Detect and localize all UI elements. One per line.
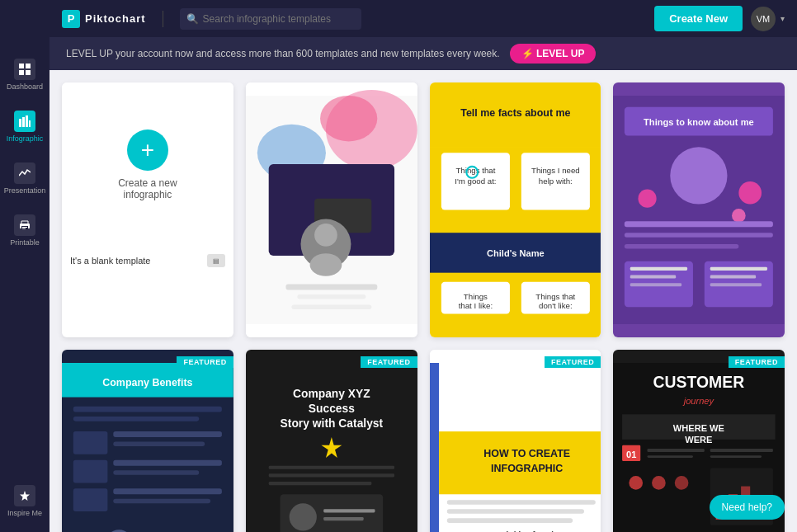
template-grid: + Create a new infographic It's a blank … <box>62 82 785 532</box>
sidebar-item-infographic[interactable]: Infographic <box>0 104 50 149</box>
create-card-label: Create a new infographic <box>118 177 177 200</box>
svg-rect-87 <box>268 482 371 485</box>
template-action-1[interactable]: ▤ <box>207 254 225 267</box>
chevron-down-icon: ▾ <box>780 14 785 23</box>
svg-point-15 <box>320 96 377 141</box>
template-card-benefits[interactable]: FEATURED Company Benefits <box>62 350 233 532</box>
template-card-infographic[interactable]: FEATURED HOW TO CREATE INFOGRAPHIC <box>430 350 601 532</box>
svg-rect-68 <box>73 488 108 511</box>
svg-rect-122 <box>710 455 762 458</box>
svg-text:Story with Catalyst: Story with Catalyst <box>280 417 383 430</box>
svg-rect-69 <box>113 431 222 437</box>
template-card-catalyst[interactable]: FEATURED Company XYZ Success Story with … <box>246 350 417 532</box>
svg-rect-7 <box>29 120 31 127</box>
template-thumbnail-aboutme: Tell me facts about me Things that I'm g… <box>430 82 601 337</box>
svg-text:don't like:: don't like: <box>539 301 573 310</box>
svg-rect-59 <box>710 275 756 278</box>
content-area: + Create a new infographic It's a blank … <box>50 70 797 532</box>
svg-rect-51 <box>625 233 773 238</box>
svg-rect-23 <box>297 294 365 299</box>
svg-text:INFOGRAPHIC: INFOGRAPHIC <box>491 463 563 474</box>
svg-rect-72 <box>113 470 199 475</box>
level-up-button[interactable]: ⚡ LEVEL UP <box>510 44 597 64</box>
svg-rect-5 <box>22 117 25 127</box>
svg-text:that I like:: that I like: <box>458 301 492 310</box>
svg-rect-4 <box>19 119 21 127</box>
svg-text:Things: Things <box>463 292 487 301</box>
inspire-icon <box>14 485 35 506</box>
svg-point-125 <box>675 476 689 490</box>
svg-rect-64 <box>73 407 222 412</box>
svg-rect-60 <box>710 283 762 286</box>
svg-rect-2 <box>19 70 24 75</box>
user-menu[interactable]: VM ▾ <box>751 7 785 31</box>
svg-rect-52 <box>625 244 739 249</box>
sidebar-item-dashboard[interactable]: Dashboard <box>0 52 50 97</box>
create-new-card[interactable]: + Create a new infographic <box>62 82 233 247</box>
topbar: P Piktochart 🔍 Create New VM ▾ <box>50 0 797 37</box>
svg-rect-1 <box>26 64 31 68</box>
search-input[interactable] <box>180 8 361 30</box>
featured-badge-catalyst: FEATURED <box>361 356 417 368</box>
need-help-button[interactable]: Need help? <box>710 495 785 520</box>
presentation-icon <box>14 162 35 184</box>
template-card-aboutme2[interactable]: Things to know about me <box>613 82 785 337</box>
sidebar-item-printable-label: Printable <box>10 238 40 247</box>
svg-rect-102 <box>446 509 583 514</box>
svg-text:Things to know about me: Things to know about me <box>644 117 754 127</box>
main-area: P Piktochart 🔍 Create New VM ▾ LEVEL UP … <box>50 0 797 532</box>
template-footer-blank: It's a blank template ▤ <box>62 247 233 274</box>
svg-text:Child's Name: Child's Name <box>487 248 545 258</box>
printable-icon <box>14 214 35 236</box>
svg-rect-3 <box>26 70 31 75</box>
svg-rect-85 <box>268 466 394 469</box>
topbar-divider <box>163 11 163 27</box>
svg-text:Company Benefits: Company Benefits <box>102 377 192 388</box>
sidebar: Dashboard Infographic Presentation Print… <box>0 0 50 532</box>
svg-rect-22 <box>285 285 377 290</box>
template-card-employee[interactable]: Employee Story ▤ ▶ <box>246 82 417 337</box>
svg-text:Things I need: Things I need <box>531 166 579 175</box>
svg-point-123 <box>630 476 644 490</box>
featured-badge-infographic: FEATURED <box>545 356 601 368</box>
template-thumbnail-employee <box>246 82 417 337</box>
svg-text:Tell me facts about me: Tell me facts about me <box>460 107 570 119</box>
dashboard-icon <box>14 59 35 80</box>
svg-text:01: 01 <box>626 450 636 459</box>
sidebar-item-presentation[interactable]: Presentation <box>0 156 50 201</box>
svg-rect-55 <box>630 267 687 271</box>
logo-area: P Piktochart <box>62 10 146 28</box>
svg-rect-24 <box>291 304 371 309</box>
svg-rect-70 <box>113 442 205 447</box>
svg-rect-6 <box>26 115 28 127</box>
search-icon: 🔍 <box>186 13 199 25</box>
template-thumbnail-aboutme2: Things to know about me <box>613 82 785 337</box>
template-actions-blank: ▤ <box>207 254 225 267</box>
featured-badge-benefits: FEATURED <box>177 356 233 368</box>
svg-rect-10 <box>22 227 27 228</box>
svg-rect-56 <box>630 275 676 278</box>
svg-text:Things that: Things that <box>535 292 575 301</box>
create-new-button[interactable]: Create New <box>654 6 743 31</box>
upgrade-banner: LEVEL UP your account now and access mor… <box>50 37 797 70</box>
svg-rect-71 <box>113 460 222 466</box>
template-thumbnail-infographic: FEATURED HOW TO CREATE INFOGRAPHIC <box>430 350 601 532</box>
template-card-aboutme[interactable]: Tell me facts about me Things that I'm g… <box>430 82 601 337</box>
sidebar-item-inspire[interactable]: Inspire Me <box>3 478 46 524</box>
template-card-blank[interactable]: + Create a new infographic It's a blank … <box>62 82 233 337</box>
featured-badge-customer: FEATURED <box>729 356 785 368</box>
svg-marker-12 <box>20 491 30 501</box>
template-thumbnail-benefits: FEATURED Company Benefits <box>62 350 233 532</box>
sidebar-item-printable[interactable]: Printable <box>0 208 50 253</box>
logo-icon: P <box>62 10 80 28</box>
sidebar-item-inspire-label: Inspire Me <box>7 509 42 517</box>
search-wrapper: 🔍 <box>180 8 361 30</box>
svg-point-89 <box>289 503 316 530</box>
svg-rect-120 <box>648 455 693 458</box>
svg-rect-91 <box>323 517 363 520</box>
template-name-blank: It's a blank template <box>70 256 151 266</box>
svg-rect-103 <box>446 518 572 523</box>
svg-rect-66 <box>73 431 108 454</box>
svg-point-46 <box>671 147 728 204</box>
svg-text:Success: Success <box>309 402 355 415</box>
